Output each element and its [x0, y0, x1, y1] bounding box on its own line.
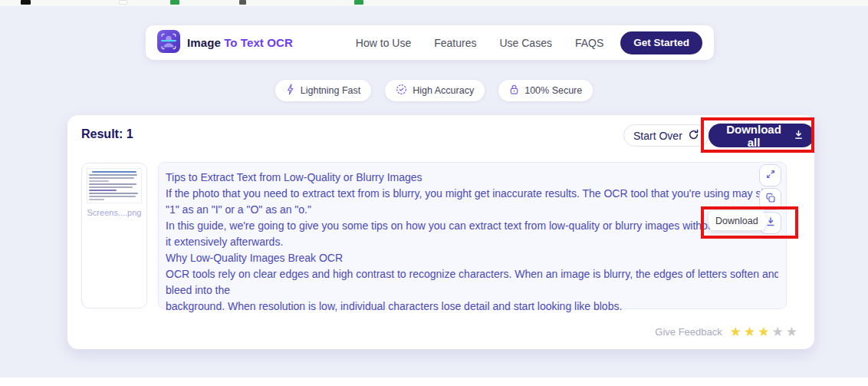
- favicon-fragment: [354, 0, 363, 5]
- favicon-fragment: [21, 0, 31, 5]
- accuracy-icon: [396, 84, 407, 97]
- ocr-text-line: If the photo that you need to extract te…: [166, 186, 778, 202]
- star-filled-icon[interactable]: ★: [758, 325, 769, 338]
- star-empty-icon[interactable]: ★: [772, 325, 784, 338]
- ocr-result-text: Tips to Extract Text from Low-Quality or…: [158, 162, 787, 309]
- download-all-label: Download all: [719, 123, 788, 149]
- get-started-button[interactable]: Get Started: [620, 31, 702, 54]
- badge-lightning-fast: Lightning Fast: [275, 80, 372, 101]
- ocr-text-line: "1" as an "I" or a "O" as an "o.": [166, 202, 778, 218]
- feedback-row: Give Feedback ★★★★★: [655, 325, 797, 338]
- header: Image To Text OCR How to Use Features Us…: [146, 25, 714, 60]
- download-icon: [794, 129, 804, 142]
- nav-item-features[interactable]: Features: [434, 37, 476, 49]
- start-over-label: Start Over: [633, 130, 682, 142]
- badge-label: Lightning Fast: [301, 85, 361, 96]
- brand-name: Image To Text OCR: [187, 36, 293, 49]
- feature-badges: Lightning Fast High Accuracy 100% Secure: [0, 80, 868, 101]
- ocr-text-line: In this guide, we're going to give you s…: [166, 218, 778, 234]
- file-name-label: Screens....png: [82, 208, 146, 217]
- refresh-icon: [688, 129, 699, 143]
- badge-label: 100% Secure: [524, 85, 582, 96]
- star-filled-icon[interactable]: ★: [744, 325, 755, 338]
- lightning-icon: [286, 84, 295, 97]
- expand-icon: [765, 169, 776, 183]
- brand-word-2: To Text OCR: [224, 36, 293, 49]
- give-feedback-label: Give Feedback: [655, 326, 722, 338]
- favicon-fragment: [170, 0, 179, 5]
- nav-item-how-to-use[interactable]: How to Use: [356, 37, 411, 49]
- favicon-fragment: [239, 0, 246, 5]
- brand-word-1: Image: [187, 36, 221, 49]
- download-tooltip: Download: [709, 211, 765, 230]
- ocr-text-line: it extensively afterwards.: [166, 234, 778, 250]
- favicon-fragment: [119, 0, 127, 5]
- brand-logo[interactable]: Image To Text OCR: [157, 30, 293, 56]
- browser-strip: [0, 0, 868, 6]
- ocr-text-line: background. When resolution is low, indi…: [166, 299, 778, 315]
- thumbnail-image: [87, 168, 142, 203]
- ocr-text-line: Why Low-Quality Images Break OCR: [166, 250, 778, 266]
- badge-label: High Accuracy: [413, 85, 474, 96]
- ocr-text-line: bleed into the: [166, 282, 778, 299]
- copy-text-button[interactable]: [759, 188, 781, 210]
- nav-menu: How to Use Features Use Cases FAQS: [356, 37, 603, 49]
- bottom-strip: [0, 378, 868, 386]
- ocr-text-line: Tips to Extract Text from Low-Quality or…: [166, 170, 778, 186]
- result-card: Result: 1 Start Over Download all: [67, 115, 814, 349]
- star-filled-icon[interactable]: ★: [730, 325, 741, 338]
- nav-item-faqs[interactable]: FAQS: [575, 37, 603, 49]
- result-count-title: Result: 1: [81, 127, 133, 141]
- expand-result-button[interactable]: [759, 164, 781, 186]
- app-logo-icon: [157, 30, 180, 56]
- lock-icon: [509, 84, 519, 97]
- copy-icon: [765, 193, 776, 206]
- badge-high-accuracy: High Accuracy: [385, 80, 485, 101]
- result-thumbnail[interactable]: Screens....png: [81, 163, 147, 308]
- ocr-text-line: OCR tools rely on clear edges and high c…: [166, 266, 778, 282]
- start-over-button[interactable]: Start Over: [623, 124, 709, 147]
- badge-100-secure: 100% Secure: [498, 80, 593, 101]
- download-all-button[interactable]: Download all: [709, 124, 814, 147]
- nav-item-use-cases[interactable]: Use Cases: [499, 37, 551, 49]
- star-rating: ★★★★★: [730, 325, 797, 338]
- page: Image To Text OCR How to Use Features Us…: [0, 0, 868, 386]
- star-empty-icon[interactable]: ★: [786, 325, 797, 338]
